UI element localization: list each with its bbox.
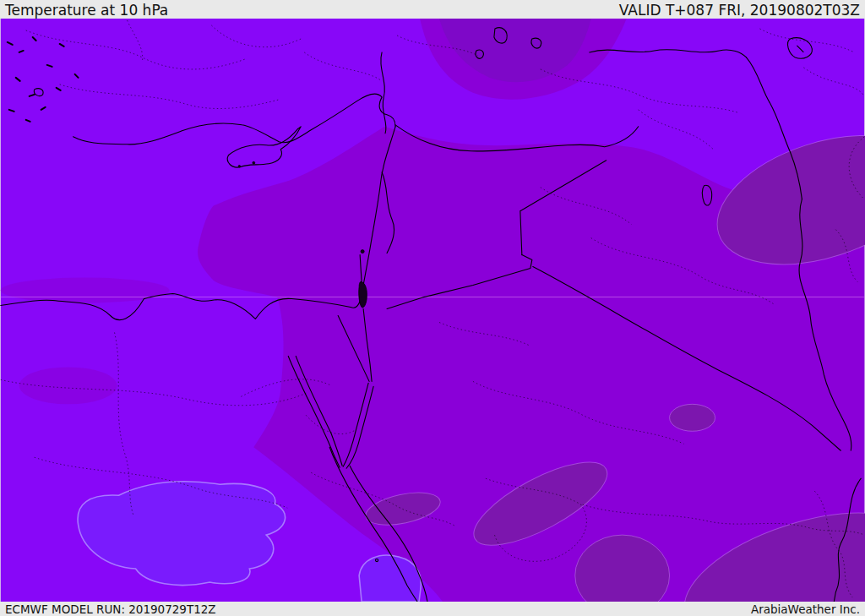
temperature-shading (1, 19, 865, 602)
footer-bar: ECMWF MODEL RUN: 20190729T12Z ArabiaWeat… (0, 602, 865, 616)
header-bar: Temperature at 10 hPa VALID T+087 FRI, 2… (0, 0, 865, 19)
shade-medium-ellipse-egypt (19, 367, 117, 404)
map-title: Temperature at 10 hPa (5, 2, 168, 19)
brand-label: ArabiaWeather Inc. (751, 602, 860, 616)
model-run-label: ECMWF MODEL RUN: 20190729T12Z (5, 602, 216, 616)
weather-map (0, 19, 865, 602)
shade-dark-spot (670, 404, 715, 431)
cyprus-lake-dot2 (238, 166, 240, 167)
weather-map-canvas (0, 19, 865, 602)
cyprus-lake-dot (253, 161, 255, 164)
forecast-map-screen: Temperature at 10 hPa VALID T+087 FRI, 2… (0, 0, 865, 616)
valid-time-label: VALID T+087 FRI, 20190802T03Z (619, 2, 860, 19)
dead-sea (359, 281, 367, 308)
sea-of-galilee (361, 250, 364, 253)
